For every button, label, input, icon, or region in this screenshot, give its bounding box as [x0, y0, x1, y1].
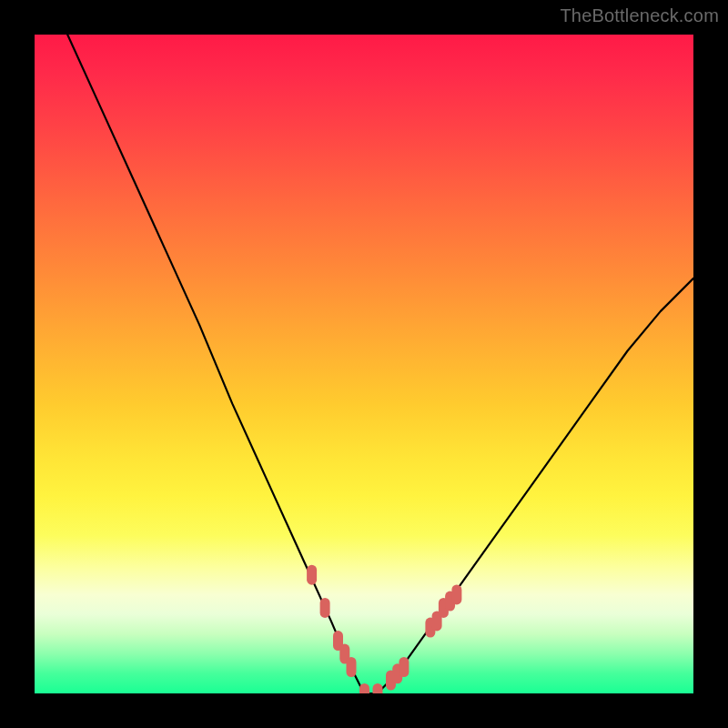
highlight-dot [307, 565, 317, 585]
highlight-dot [399, 657, 409, 677]
highlight-dot [347, 657, 357, 677]
chart-svg [35, 35, 693, 693]
highlight-dot [359, 683, 369, 693]
highlight-dot [451, 584, 461, 604]
chart-frame: TheBottleneck.com [0, 0, 728, 728]
plot-area [35, 35, 693, 693]
highlight-dot [373, 683, 383, 693]
curve-line [67, 35, 693, 693]
highlight-dot [320, 598, 330, 618]
watermark-text: TheBottleneck.com [560, 5, 719, 26]
highlight-dots [307, 565, 461, 693]
